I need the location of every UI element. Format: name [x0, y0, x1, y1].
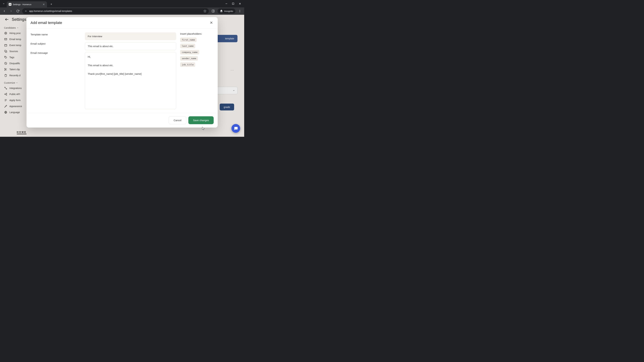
placeholder-chip-job-title[interactable]: job_title — [180, 62, 195, 67]
svg-point-12 — [240, 11, 240, 11]
add-email-template-modal: Add email template ✕ Template name Email… — [26, 17, 218, 128]
form-inputs-column — [85, 32, 176, 109]
save-changes-button[interactable]: Save changes — [188, 116, 214, 124]
reload-button[interactable] — [16, 9, 20, 13]
window-controls: ✕ — [225, 2, 243, 5]
back-button[interactable] — [2, 9, 7, 13]
template-name-input[interactable] — [85, 32, 176, 40]
email-subject-input[interactable] — [85, 42, 176, 50]
tab-search-dropdown[interactable] — [1, 1, 6, 6]
placeholder-chip-company-name[interactable]: company_name — [180, 50, 199, 54]
incognito-badge[interactable]: Incognito — [218, 8, 236, 13]
modal-overlay: Add email template ✕ Template name Email… — [0, 15, 244, 137]
incognito-label: Incognito — [224, 10, 233, 12]
placeholder-chip-first-name[interactable]: first_name — [180, 37, 196, 42]
browser-toolbar: app.homerun.co/settings/email-templates … — [0, 7, 244, 15]
svg-point-2 — [26, 11, 26, 11]
browser-tab[interactable]: H Settings · Homerun ✕ — [7, 1, 47, 7]
tab-title: Settings · Homerun — [13, 3, 41, 6]
modal-header: Add email template ✕ — [26, 17, 218, 29]
svg-point-11 — [240, 10, 240, 10]
tab-favicon: H — [9, 3, 12, 6]
cancel-button[interactable]: Cancel — [169, 116, 186, 124]
modal-close-icon[interactable]: ✕ — [209, 20, 214, 25]
email-message-input[interactable] — [85, 52, 176, 109]
modal-body: Template name Email subject Email messag… — [26, 29, 218, 113]
modal-title: Add email template — [30, 21, 62, 25]
placeholders-panel: Insert placeholders: first_name last_nam… — [180, 32, 214, 109]
new-tab-button[interactable]: + — [49, 2, 54, 6]
url-text: app.homerun.co/settings/email-templates — [29, 10, 202, 12]
svg-marker-5 — [204, 10, 206, 12]
forward-button[interactable] — [9, 9, 14, 13]
svg-point-8 — [220, 11, 221, 12]
template-name-label: Template name — [30, 33, 81, 36]
browser-tab-strip: H Settings · Homerun ✕ + ✕ — [0, 0, 244, 7]
bookmark-icon[interactable] — [204, 9, 206, 12]
email-subject-label: Email subject — [30, 42, 81, 45]
minimize-button[interactable] — [225, 2, 228, 5]
side-panel-icon[interactable] — [211, 9, 216, 13]
browser-menu-icon[interactable] — [238, 9, 242, 13]
chat-widget-button[interactable] — [232, 124, 240, 133]
svg-point-9 — [222, 11, 222, 12]
close-window-button[interactable]: ✕ — [238, 2, 242, 5]
form-labels-column: Template name Email subject Email messag… — [30, 32, 81, 109]
svg-point-13 — [240, 12, 240, 12]
site-info-icon[interactable] — [24, 10, 27, 12]
placeholders-title: Insert placeholders: — [180, 32, 214, 35]
url-bar[interactable]: app.homerun.co/settings/email-templates — [22, 8, 209, 14]
svg-rect-6 — [212, 10, 214, 12]
maximize-button[interactable] — [232, 2, 235, 5]
tab-close-icon[interactable]: ✕ — [42, 3, 45, 6]
placeholder-chip-sender-name[interactable]: sender_name — [180, 56, 198, 61]
placeholder-chip-last-name[interactable]: last_name — [180, 44, 195, 48]
svg-rect-1 — [232, 3, 234, 4]
modal-footer: Cancel Save changes — [26, 113, 218, 128]
email-message-label: Email message — [30, 51, 81, 54]
